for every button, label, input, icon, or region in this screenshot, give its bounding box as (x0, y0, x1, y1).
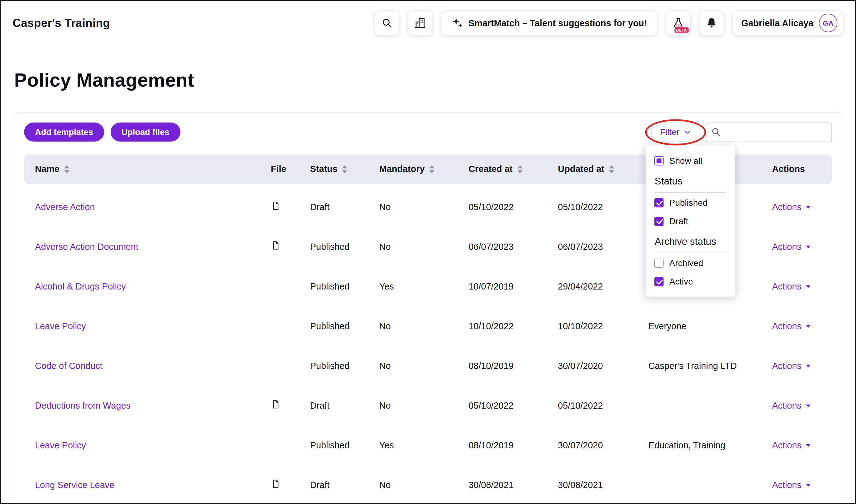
user-menu[interactable]: Gabriella Alicaya GA (732, 10, 843, 35)
caret-down-icon (805, 244, 811, 250)
status-cell: Published (299, 361, 368, 371)
column-label: Status (310, 164, 338, 175)
table-row: Deductions from Wages Draft No 05/10/202… (24, 386, 832, 426)
file-icon (271, 241, 281, 250)
column-label: Updated at (558, 164, 605, 175)
mandatory-cell: Yes (368, 440, 458, 451)
caret-down-icon (805, 284, 811, 289)
policy-name-link[interactable]: Deductions from Wages (35, 400, 131, 410)
applies-to-cell: Education, Training (638, 440, 752, 451)
table-search (706, 122, 832, 142)
filter-wrap: Filter Show all StatusPublishedDraftArch… (651, 122, 700, 142)
sort-icon[interactable] (64, 165, 70, 174)
filter-option-show-all[interactable]: Show all (646, 151, 735, 170)
actions-button[interactable]: Actions (772, 361, 811, 371)
updated-at-cell: 30/07/2020 (547, 440, 638, 451)
status-cell: Published (299, 242, 368, 252)
policy-name-link[interactable]: Adverse Action Document (35, 242, 139, 251)
caret-down-icon (805, 482, 811, 488)
column-header-name[interactable]: Name (24, 164, 260, 175)
filter-option-label: Archived (670, 258, 703, 268)
file-icon (271, 201, 281, 211)
filter-option-archived[interactable]: Archived (646, 254, 735, 273)
updated-at-cell: 06/07/2023 (547, 242, 638, 252)
filter-option-draft[interactable]: Draft (646, 212, 735, 231)
caret-down-icon (805, 363, 811, 369)
checkbox-checked[interactable] (655, 198, 664, 208)
smartmatch-label: SmartMatch – Talent suggestions for you! (468, 18, 647, 28)
column-header-created-at[interactable]: Created at (458, 164, 547, 175)
updated-at-cell: 05/10/2022 (547, 400, 638, 411)
checkbox-checked[interactable] (655, 277, 664, 287)
policy-table-card: Add templates Upload files Filter (14, 112, 842, 504)
sparkles-icon (451, 17, 463, 29)
organisation-button[interactable] (407, 10, 432, 35)
upload-files-button[interactable]: Upload files (111, 123, 180, 142)
policy-name-link[interactable]: Code of Conduct (35, 361, 103, 371)
actions-button[interactable]: Actions (772, 202, 811, 212)
caret-down-icon (805, 323, 811, 329)
screenshot-frame: Casper's Training (0, 0, 856, 504)
column-header-status[interactable]: Status (299, 164, 368, 175)
filter-label: Filter (660, 127, 679, 137)
column-label: Actions (772, 164, 805, 175)
actions-label: Actions (772, 242, 801, 252)
updated-at-cell: 29/04/2022 (547, 282, 638, 292)
filter-section-heading: Status (655, 176, 727, 193)
toolbar: Add templates Upload files Filter (24, 122, 832, 142)
actions-label: Actions (772, 202, 801, 212)
policy-name-link[interactable]: Alcohol & Drugs Policy (35, 282, 126, 291)
checkbox-unchecked[interactable] (655, 258, 664, 268)
caret-down-icon (805, 443, 811, 448)
filter-option-active[interactable]: Active (646, 273, 735, 291)
sort-icon[interactable] (609, 165, 614, 174)
filter-option-label: Active (670, 277, 693, 287)
actions-label: Actions (772, 282, 801, 292)
actions-button[interactable]: Actions (772, 440, 811, 451)
sort-icon[interactable] (342, 165, 348, 174)
topbar: Casper's Training (1, 1, 855, 45)
add-templates-button[interactable]: Add templates (24, 123, 104, 142)
avatar: GA (819, 14, 837, 32)
actions-label: Actions (772, 440, 801, 451)
search-icon (381, 18, 392, 29)
status-cell: Draft (299, 202, 368, 212)
user-name: Gabriella Alicaya (741, 18, 814, 28)
show-all-checkbox[interactable] (655, 156, 664, 166)
smartmatch-button[interactable]: SmartMatch – Talent suggestions for you! (441, 10, 657, 35)
column-header-file: File (260, 164, 299, 175)
policy-name-link[interactable]: Adverse Action (35, 202, 95, 211)
column-header-updated-at[interactable]: Updated at (547, 164, 638, 175)
table-row: Leave Policy Published No 10/10/2022 10/… (24, 306, 832, 346)
actions-button[interactable]: Actions (772, 480, 811, 490)
notifications-button[interactable] (699, 10, 724, 35)
actions-button[interactable]: Actions (772, 282, 811, 292)
filter-option-published[interactable]: Published (646, 194, 735, 212)
policy-name-link[interactable]: Long Service Leave (35, 480, 114, 490)
file-icon (271, 479, 281, 489)
labs-button[interactable]: BETA (665, 10, 691, 35)
applies-to-cell: Everyone (638, 321, 752, 331)
actions-label: Actions (772, 480, 801, 490)
sort-icon[interactable] (429, 165, 435, 174)
actions-button[interactable]: Actions (772, 321, 811, 331)
actions-button[interactable]: Actions (772, 400, 811, 411)
policy-name-link[interactable]: Leave Policy (35, 321, 86, 331)
created-at-cell: 08/10/2019 (458, 440, 547, 451)
filter-menu: Show all StatusPublishedDraftArchive sta… (646, 145, 735, 296)
column-label: File (271, 164, 286, 175)
table-row: Long Service Leave Draft No 30/08/2021 3… (24, 465, 832, 504)
actions-label: Actions (772, 321, 801, 331)
actions-button[interactable]: Actions (772, 242, 811, 252)
table-search-input[interactable] (706, 122, 832, 142)
sort-icon[interactable] (517, 165, 523, 174)
column-header-actions: Actions (752, 164, 832, 175)
created-at-cell: 05/10/2022 (458, 400, 547, 411)
policy-name-link[interactable]: Leave Policy (35, 440, 86, 450)
checkbox-checked[interactable] (655, 217, 664, 226)
filter-button[interactable]: Filter (651, 122, 700, 142)
file-icon (271, 400, 281, 409)
column-header-mandatory[interactable]: Mandatory (368, 164, 458, 175)
building-icon (414, 17, 426, 29)
global-search-button[interactable] (374, 10, 399, 35)
